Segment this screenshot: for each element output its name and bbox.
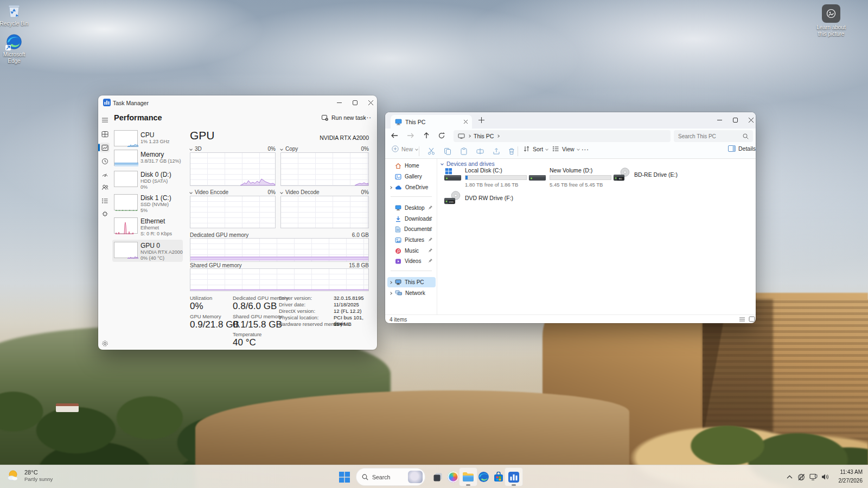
cut-icon[interactable] [424,145,438,158]
tab-processes-icon[interactable] [100,129,110,139]
chart-video-decode-header[interactable]: Video Decode [280,189,320,195]
pin-icon [428,248,433,253]
ethernet-icon[interactable] [807,467,819,486]
close-button[interactable] [743,114,756,125]
new-tab-button[interactable] [478,117,484,123]
chart-video-encode-header[interactable]: Video Encode [190,189,228,195]
start-button[interactable] [335,467,354,486]
gallery-icon [395,174,401,180]
open-indicator [466,484,470,486]
drive-new-volume-d[interactable]: New Volume (D:) 5.45 TB free of 5.45 TB [528,167,611,190]
minimize-button[interactable] [331,97,347,108]
toolbar-more-button[interactable]: ... [582,144,589,152]
component-disk0[interactable]: Disk 0 (D:) HDD (SATA) 0% [141,171,171,190]
weather-widget[interactable]: 28°C Partly sunny [7,468,53,483]
tab-this-pc[interactable]: This PC [391,115,472,129]
search-box[interactable] [674,130,753,142]
up-icon[interactable] [423,132,430,139]
copy-icon[interactable] [441,145,455,158]
hidden-icons-chevron[interactable] [783,467,795,486]
component-cpu[interactable]: CPU 1% 1.23 GHz [141,131,170,145]
sidebar-item-downloads[interactable]: Downloads [387,214,436,224]
cpu-mini-chart [114,130,138,146]
tab-details-icon[interactable] [100,196,110,206]
minimize-button[interactable] [712,114,727,125]
desktop-icon-edge[interactable]: Microsoft Edge [0,34,31,65]
memory-mini-chart [114,150,138,166]
component-memory[interactable]: Memory 3.8/31.7 GB (12%) [141,151,181,164]
desktop-icon-label: Learn about this picture [813,24,849,37]
capacity-bar [465,175,527,180]
videos-icon [395,258,401,265]
breadcrumb[interactable]: This PC [474,133,494,139]
forward-icon[interactable] [407,132,414,139]
tab-app-history-icon[interactable] [100,156,110,166]
sort-button[interactable]: Sort [523,145,548,152]
rename-icon[interactable] [473,145,487,158]
component-disk1[interactable]: Disk 1 (C:) SSD (NVMe) 5% [141,194,171,214]
window-title: Task Manager [113,100,149,106]
new-icon [392,145,399,152]
selected-tab-indicator [98,144,100,151]
tab-close-icon[interactable] [464,120,468,124]
breadcrumb-chevron-icon [468,134,471,138]
taskbar-search[interactable]: Search [356,468,425,486]
no-internet-icon[interactable] [795,467,807,486]
share-icon[interactable] [489,145,503,158]
sidebar-item-onedrive[interactable]: OneDrive [387,182,436,192]
tab-users-icon[interactable] [100,182,110,192]
sidebar-item-music[interactable]: Music [387,246,436,256]
paste-icon[interactable] [457,145,471,158]
drive-local-disk-c[interactable]: Local Disk (C:) 1.80 TB free of 1.86 TB [444,167,526,190]
taskbar-clock[interactable]: 11:43 AM 2/27/2026 [839,468,863,485]
sidebar-item-gallery[interactable]: Gallery [387,171,436,182]
sidebar-item-this-pc[interactable]: This PC [387,277,436,287]
delete-icon[interactable] [505,145,519,158]
sidebar-item-videos[interactable]: Videos [387,256,436,266]
sidebar-item-home[interactable]: Home [387,160,436,171]
sidebar-item-desktop[interactable]: Desktop [387,203,436,213]
run-new-task-button[interactable]: Run new task [322,114,366,121]
gpu-video-encode-chart [190,196,276,228]
list-view-toggle-icon[interactable] [739,317,745,322]
tab-performance-icon[interactable] [100,143,110,152]
search-icon [362,474,368,480]
new-button[interactable]: New [392,145,418,152]
details-pane-button[interactable]: Details [728,145,756,152]
maximize-button[interactable] [347,97,362,108]
menu-icon[interactable] [100,115,110,125]
gpu-panel-title: GPU [190,129,215,142]
section-devices-and-drives[interactable]: Devices and drives [441,160,495,167]
sidebar-item-pictures[interactable]: Pictures [387,235,436,245]
chart-3d-header[interactable]: 3D [190,146,202,152]
expand-chevron-icon[interactable] [389,186,392,189]
desktop-icon-learn-about-picture[interactable]: Learn about this picture [812,4,850,37]
maximize-button[interactable] [727,114,743,125]
chart-copy-header[interactable]: Copy [280,146,298,152]
component-gpu[interactable]: GPU 0 NVIDIA RTX A2000 0% (40 °C) [141,242,183,261]
expand-chevron-icon[interactable] [389,281,392,284]
address-bar[interactable]: This PC [454,130,671,142]
desktop-icon-recycle-bin[interactable]: Recycle Bin [0,3,31,27]
drive-dvd-rw-f[interactable]: DVD DVD RW Drive (F:) [444,190,526,213]
clock-time: 11:43 AM [839,468,863,477]
expand-chevron-icon[interactable] [389,292,392,295]
tab-startup-apps-icon[interactable] [100,169,110,179]
sidebar-item-network[interactable]: Network [387,288,436,298]
close-button[interactable] [363,97,377,108]
pin-icon [428,216,433,221]
drive-bd-re-e[interactable]: BD BD-RE Drive (E:) [613,167,695,190]
picture-info-icon [822,4,840,23]
tab-services-icon[interactable] [100,209,110,219]
search-input[interactable] [678,133,738,139]
component-ethernet[interactable]: Ethernet Ethernet S: 0 R: 0 Kbps [141,217,172,237]
more-options-button[interactable]: ... [364,112,372,120]
view-button[interactable]: View [552,145,579,152]
settings-gear-icon[interactable] [100,338,110,348]
sidebar-item-documents[interactable]: Documents [387,224,436,234]
thumbnail-view-toggle-icon[interactable] [749,316,755,322]
volume-icon[interactable] [819,467,831,486]
refresh-icon[interactable] [438,132,445,139]
task-manager-button[interactable] [505,467,523,486]
back-icon[interactable] [391,132,398,139]
